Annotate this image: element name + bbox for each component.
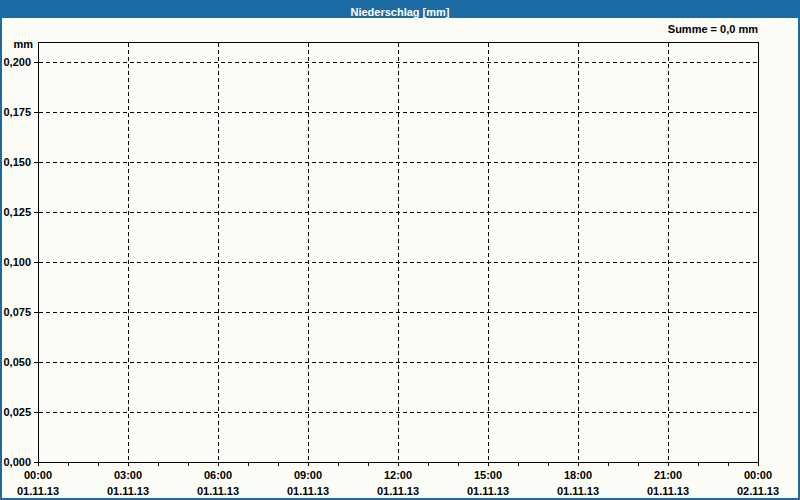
x-tick-date-label: 01.11.13 <box>557 485 599 497</box>
y-tick-label: 0,075 <box>3 306 31 318</box>
y-tick-label: 0,000 <box>3 456 31 468</box>
x-tick-date-label: 01.11.13 <box>647 485 689 497</box>
x-tick-date-label: 01.11.13 <box>377 485 419 497</box>
x-tick-date-label: 01.11.13 <box>17 485 59 497</box>
chart-window: Niederschlag [mm] Summe = 0,0 mm 0,2000,… <box>0 0 800 500</box>
chart-title: Niederschlag [mm] <box>350 6 449 18</box>
precipitation-chart: 0,2000,1750,1500,1250,1000,0750,0500,025… <box>2 18 798 498</box>
y-tick-label: 0,050 <box>3 356 31 368</box>
x-tick-time-label: 09:00 <box>294 469 322 481</box>
y-tick-label: 0,025 <box>3 406 31 418</box>
y-tick-label: 0,125 <box>3 206 31 218</box>
x-tick-date-label: 01.11.13 <box>467 485 509 497</box>
y-tick-label: 0,175 <box>3 106 31 118</box>
x-tick-date-label: 02.11.13 <box>737 485 779 497</box>
x-tick-time-label: 00:00 <box>24 469 52 481</box>
x-tick-date-label: 01.11.13 <box>287 485 329 497</box>
x-tick-time-label: 03:00 <box>114 469 142 481</box>
x-tick-time-label: 06:00 <box>204 469 232 481</box>
chart-content: Summe = 0,0 mm 0,2000,1750,1500,1250,100… <box>2 18 798 498</box>
x-tick-time-label: 00:00 <box>744 469 772 481</box>
x-tick-time-label: 18:00 <box>564 469 592 481</box>
x-tick-time-label: 21:00 <box>654 469 682 481</box>
y-tick-label: 0,200 <box>3 56 31 68</box>
window-titlebar: Niederschlag [mm] <box>2 2 798 18</box>
x-tick-time-label: 12:00 <box>384 469 412 481</box>
x-tick-time-label: 15:00 <box>474 469 502 481</box>
y-axis-unit-label: mm <box>13 38 33 50</box>
x-tick-date-label: 01.11.13 <box>197 485 239 497</box>
plot-border <box>39 43 759 463</box>
y-tick-label: 0,150 <box>3 156 31 168</box>
y-tick-label: 0,100 <box>3 256 31 268</box>
x-tick-date-label: 01.11.13 <box>107 485 149 497</box>
